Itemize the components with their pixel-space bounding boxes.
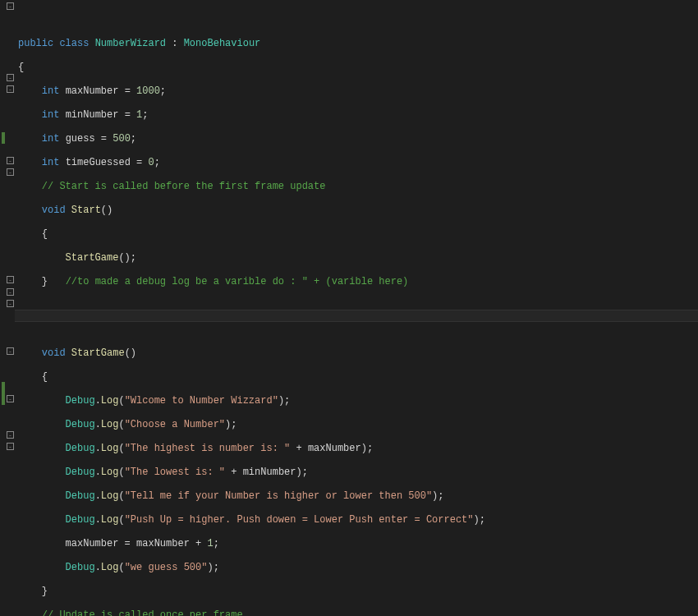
class-debug: Debug xyxy=(66,562,95,573)
op-plus: + xyxy=(225,467,243,478)
keyword-void: void xyxy=(42,205,66,216)
fold-toggle-icon[interactable]: - xyxy=(7,288,14,296)
method-log: Log xyxy=(101,467,119,478)
op-eq: = xyxy=(136,157,142,168)
op-eq: = xyxy=(125,85,131,97)
method-call: StartGame xyxy=(66,252,119,264)
op-plus: + xyxy=(195,538,201,549)
identifier: maxNumber xyxy=(308,443,361,454)
number-literal: 1 xyxy=(207,538,213,549)
fold-toggle-icon[interactable]: - xyxy=(7,2,14,10)
fold-toggle-icon[interactable]: - xyxy=(7,157,14,164)
class-debug: Debug xyxy=(66,467,95,478)
change-marker xyxy=(2,132,5,144)
keyword-int: int xyxy=(42,109,60,121)
dot: . xyxy=(95,395,101,407)
op-eq: = xyxy=(125,109,131,121)
method-log: Log xyxy=(101,419,119,430)
string-literal: "The lowest is: " xyxy=(125,467,225,478)
class-name: NumberWizard xyxy=(95,38,166,49)
number-literal: 500 xyxy=(113,133,131,145)
semicolon: ; xyxy=(160,85,166,97)
op-eq: = xyxy=(101,133,107,145)
code-editor[interactable]: - - - - - - - - - - - - public class Num… xyxy=(0,0,698,616)
method-log: Log xyxy=(101,562,119,573)
base-class: MonoBehaviour xyxy=(184,38,261,49)
keyword-int: int xyxy=(42,85,60,97)
method-log: Log xyxy=(101,443,119,454)
field-name: maxNumber xyxy=(66,85,119,97)
field-name: guess xyxy=(66,133,95,145)
identifier: maxNumber xyxy=(136,538,190,549)
string-literal: "The highest is number is: " xyxy=(125,443,291,454)
colon: : xyxy=(172,38,177,49)
fold-toggle-icon[interactable]: - xyxy=(7,300,14,307)
method-log: Log xyxy=(101,490,119,502)
comment: // Update is called once per frame xyxy=(42,609,243,617)
fold-toggle-icon[interactable]: - xyxy=(7,395,14,402)
semicolon: ; xyxy=(131,133,136,145)
fold-toggle-icon[interactable]: - xyxy=(7,431,14,439)
op-eq: = xyxy=(118,538,136,549)
brace-open: { xyxy=(42,371,48,383)
active-line-highlight xyxy=(15,310,698,322)
method-log: Log xyxy=(101,395,119,407)
brace-open: { xyxy=(42,228,48,240)
semicolon: ; xyxy=(154,157,160,168)
change-marker xyxy=(2,382,5,405)
keyword-void: void xyxy=(42,347,66,359)
fold-toggle-icon[interactable]: - xyxy=(7,85,14,93)
number-literal: 1000 xyxy=(136,85,160,97)
op-plus: + xyxy=(290,443,308,454)
gutter: - - - - - - - - - - - - xyxy=(0,0,15,616)
comment: //to made a debug log be a varible do : … xyxy=(66,276,409,287)
identifier: maxNumber xyxy=(66,538,119,549)
method-log: Log xyxy=(101,514,119,526)
brace-close: } xyxy=(42,276,48,287)
code-area[interactable]: public class NumberWizard : MonoBehaviou… xyxy=(15,0,698,616)
string-literal: "Choose a Number" xyxy=(125,419,225,430)
string-literal: "Wlcome to Number Wizzard" xyxy=(125,395,278,407)
fold-toggle-icon[interactable]: - xyxy=(7,74,14,81)
paren-open: ( xyxy=(118,395,124,407)
fold-toggle-icon[interactable]: - xyxy=(7,276,14,283)
string-literal: "Push Up = higher. Push dowen = Lower Pu… xyxy=(125,514,474,526)
number-literal: 0 xyxy=(148,157,154,168)
semicolon: ; xyxy=(142,109,148,121)
field-name: minNumber xyxy=(66,109,119,121)
string-literal: "we guess 500" xyxy=(125,562,208,573)
brace-open: { xyxy=(18,62,24,73)
keyword-class: class xyxy=(59,38,89,49)
fold-toggle-icon[interactable]: - xyxy=(7,347,14,355)
field-name: timeGuessed xyxy=(66,157,131,168)
fold-toggle-icon[interactable]: - xyxy=(7,443,14,450)
keyword-public: public xyxy=(18,38,53,49)
class-debug: Debug xyxy=(66,395,95,407)
comment: // Start is called before the first fram… xyxy=(42,181,326,192)
method-name: StartGame xyxy=(71,347,125,359)
class-debug: Debug xyxy=(66,443,95,454)
keyword-int: int xyxy=(42,133,60,145)
class-debug: Debug xyxy=(66,514,95,526)
brace-close: } xyxy=(42,586,48,597)
class-debug: Debug xyxy=(66,490,95,502)
string-literal: "Tell me if your Number is higher or low… xyxy=(125,490,432,502)
fold-toggle-icon[interactable]: - xyxy=(7,168,14,176)
keyword-int: int xyxy=(42,157,60,168)
method-name: Start xyxy=(71,205,101,216)
class-debug: Debug xyxy=(66,419,95,430)
identifier: minNumber xyxy=(243,467,296,478)
